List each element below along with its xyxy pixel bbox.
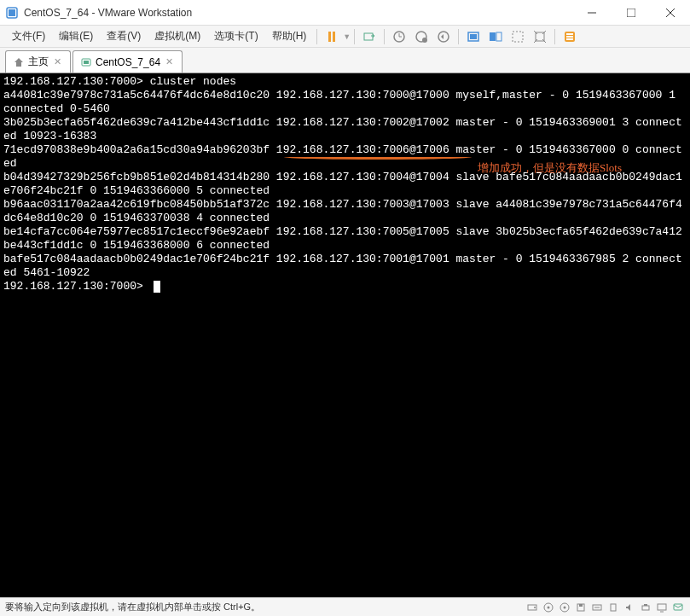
menu-help[interactable]: 帮助(H) <box>265 26 314 47</box>
device-network-icon[interactable] <box>590 601 604 613</box>
statusbar: 要将输入定向到该虚拟机，请在虚拟机内部单击或按 Ctrl+G。 <box>0 597 690 616</box>
svg-rect-30 <box>579 604 583 607</box>
snapshot-manage-icon[interactable] <box>412 27 431 46</box>
svg-rect-35 <box>644 604 647 606</box>
svg-rect-33 <box>611 604 616 611</box>
svg-rect-18 <box>566 33 573 35</box>
device-cd2-icon[interactable] <box>558 601 571 613</box>
device-hdd-icon[interactable] <box>525 601 539 613</box>
menu-file[interactable]: 文件(F) <box>5 26 52 47</box>
svg-point-9 <box>422 38 427 43</box>
annotation-underline <box>284 154 472 160</box>
console-view-icon[interactable] <box>508 27 527 46</box>
terminal-text: 192.168.127.130:7000> cluster nodes a440… <box>3 75 682 293</box>
pause-icon[interactable] <box>322 27 341 46</box>
svg-rect-15 <box>513 32 523 42</box>
send-input-icon[interactable] <box>360 27 379 46</box>
device-cd-icon[interactable] <box>542 601 555 613</box>
svg-point-26 <box>548 606 550 608</box>
svg-point-28 <box>564 606 566 608</box>
svg-rect-12 <box>470 34 477 39</box>
separator <box>554 29 555 44</box>
tab-home[interactable]: 主页 ✕ <box>5 50 71 73</box>
terminal-output[interactable]: 192.168.127.130:7000> cluster nodes a440… <box>0 73 690 597</box>
tab-close-icon[interactable]: ✕ <box>52 56 63 67</box>
tab-vm[interactable]: CentOS_7_64 ✕ <box>72 50 183 73</box>
window-titlebar: CentOS_7_64 - VMware Workstation <box>0 0 690 26</box>
svg-rect-6 <box>364 33 373 40</box>
device-floppy-icon[interactable] <box>574 601 588 613</box>
menubar: 文件(F) 编辑(E) 查看(V) 虚拟机(M) 选项卡(T) 帮助(H) ▼ <box>0 26 690 48</box>
statusbar-text: 要将输入定向到该虚拟机，请在虚拟机内部单击或按 Ctrl+G。 <box>5 601 525 613</box>
status-icons <box>525 601 685 613</box>
svg-rect-34 <box>642 606 649 610</box>
fullscreen-icon[interactable] <box>464 27 483 46</box>
message-icon[interactable] <box>671 601 685 613</box>
separator <box>354 29 355 44</box>
menu-vm[interactable]: 虚拟机(M) <box>148 26 207 47</box>
home-icon <box>13 56 25 68</box>
cursor <box>154 281 160 293</box>
separator <box>316 29 317 44</box>
svg-rect-19 <box>566 36 573 38</box>
app-icon <box>5 6 19 20</box>
menu-tabs[interactable]: 选项卡(T) <box>207 26 264 47</box>
window-title: CentOS_7_64 - VMware Workstation <box>24 7 572 19</box>
stretch-icon[interactable] <box>531 27 549 46</box>
menu-edit[interactable]: 编辑(E) <box>52 26 100 47</box>
device-usb-icon[interactable] <box>606 601 620 613</box>
tab-vm-label: CentOS_7_64 <box>96 56 160 68</box>
svg-rect-36 <box>658 604 666 610</box>
separator <box>384 29 385 44</box>
device-sound-icon[interactable] <box>623 601 636 613</box>
device-printer-icon[interactable] <box>639 601 652 613</box>
snapshot-icon[interactable] <box>390 27 409 46</box>
device-display-icon[interactable] <box>655 601 669 613</box>
vm-icon <box>80 56 92 68</box>
svg-rect-20 <box>566 38 573 40</box>
snapshot-revert-icon[interactable] <box>434 27 453 46</box>
menu-view[interactable]: 查看(V) <box>100 26 148 47</box>
tab-close-icon[interactable]: ✕ <box>164 56 175 67</box>
tabbar: 主页 ✕ CentOS_7_64 ✕ <box>0 48 690 73</box>
svg-rect-13 <box>490 32 496 41</box>
close-button[interactable] <box>651 0 690 26</box>
svg-point-24 <box>534 607 536 608</box>
unity-icon[interactable] <box>486 27 505 46</box>
svg-rect-1 <box>9 9 15 16</box>
svg-rect-22 <box>84 61 89 64</box>
maximize-button[interactable] <box>612 0 651 26</box>
dropdown-arrow-icon[interactable]: ▼ <box>343 32 351 41</box>
svg-rect-14 <box>496 32 502 41</box>
library-icon[interactable] <box>560 27 579 46</box>
minimize-button[interactable] <box>572 0 612 26</box>
svg-rect-3 <box>627 9 635 17</box>
tab-home-label: 主页 <box>28 55 49 69</box>
annotation-text: 增加成功，但是没有数据Slots <box>478 161 622 175</box>
separator <box>458 29 459 44</box>
